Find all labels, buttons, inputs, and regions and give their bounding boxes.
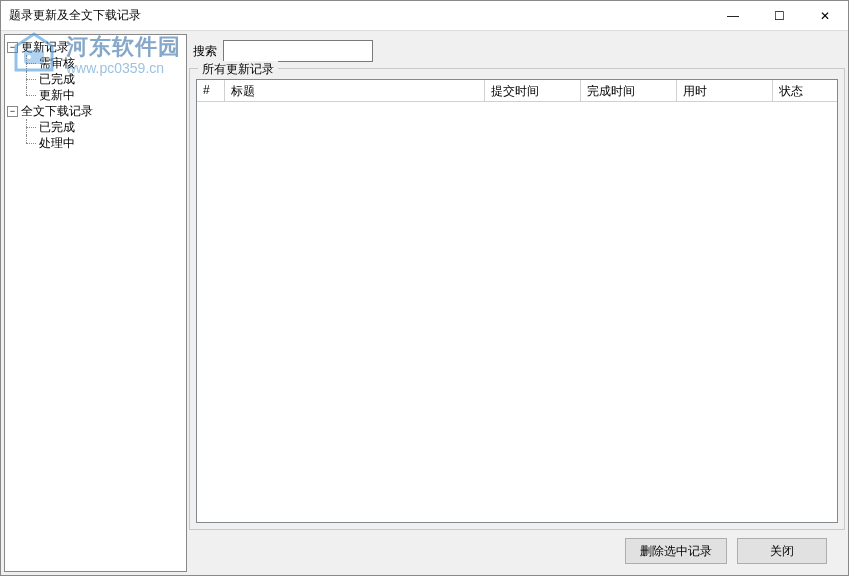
search-input[interactable] <box>223 40 373 62</box>
tree-node-update-records[interactable]: − 更新记录 <box>7 39 184 55</box>
tree-node-dl-processing[interactable]: 处理中 <box>21 135 184 151</box>
close-button[interactable]: ✕ <box>802 1 848 30</box>
tree-label: 更新中 <box>39 87 75 104</box>
table-body[interactable] <box>197 102 837 522</box>
search-label: 搜索 <box>193 43 217 60</box>
tree-label: 更新记录 <box>21 39 69 56</box>
col-submit-time[interactable]: 提交时间 <box>485 80 581 101</box>
tree-node-pending-review[interactable]: 需审核 <box>21 55 184 71</box>
tree-connector-icon <box>21 87 39 103</box>
tree-node-dl-completed[interactable]: 已完成 <box>21 119 184 135</box>
tree-connector-icon <box>21 55 39 71</box>
col-title[interactable]: 标题 <box>225 80 485 101</box>
minimize-button[interactable]: — <box>710 1 756 30</box>
tree-children-update: 需审核 已完成 更新中 <box>7 55 184 103</box>
content-area: − 更新记录 需审核 已完成 更新中 − 全文下载记录 <box>1 31 848 575</box>
main-panel: 搜索 所有更新记录 # 标题 提交时间 完成时间 用时 状态 <box>189 34 845 572</box>
tree-label: 已完成 <box>39 71 75 88</box>
minimize-icon: — <box>727 9 739 23</box>
tree-sidebar[interactable]: − 更新记录 需审核 已完成 更新中 − 全文下载记录 <box>4 34 187 572</box>
tree-label: 已完成 <box>39 119 75 136</box>
tree-connector-icon <box>21 71 39 87</box>
maximize-icon: ☐ <box>774 9 785 23</box>
titlebar: 题录更新及全文下载记录 — ☐ ✕ <box>1 1 848 31</box>
tree-connector-icon <box>21 119 39 135</box>
footer: 删除选中记录 关闭 <box>189 530 845 572</box>
window-title: 题录更新及全文下载记录 <box>9 7 710 24</box>
tree-toggle-icon[interactable]: − <box>7 106 18 117</box>
maximize-button[interactable]: ☐ <box>756 1 802 30</box>
col-complete-time[interactable]: 完成时间 <box>581 80 677 101</box>
col-status[interactable]: 状态 <box>773 80 837 101</box>
col-duration[interactable]: 用时 <box>677 80 773 101</box>
tree-node-updating[interactable]: 更新中 <box>21 87 184 103</box>
table-header: # 标题 提交时间 完成时间 用时 状态 <box>197 80 837 102</box>
close-dialog-button[interactable]: 关闭 <box>737 538 827 564</box>
tree-label: 处理中 <box>39 135 75 152</box>
close-icon: ✕ <box>820 9 830 23</box>
tree-node-download-records[interactable]: − 全文下载记录 <box>7 103 184 119</box>
col-index[interactable]: # <box>197 80 225 101</box>
window: 题录更新及全文下载记录 — ☐ ✕ − 更新记录 需审核 已完成 <box>0 0 849 576</box>
titlebar-buttons: — ☐ ✕ <box>710 1 848 30</box>
tree-label: 需审核 <box>39 55 75 72</box>
tree-toggle-icon[interactable]: − <box>7 42 18 53</box>
tree-connector-icon <box>21 135 39 151</box>
search-row: 搜索 <box>189 34 845 68</box>
delete-selected-button[interactable]: 删除选中记录 <box>625 538 727 564</box>
records-group: 所有更新记录 # 标题 提交时间 完成时间 用时 状态 <box>189 68 845 530</box>
tree-children-download: 已完成 处理中 <box>7 119 184 151</box>
group-title: 所有更新记录 <box>198 61 278 78</box>
tree-node-completed[interactable]: 已完成 <box>21 71 184 87</box>
records-table[interactable]: # 标题 提交时间 完成时间 用时 状态 <box>196 79 838 523</box>
tree-label: 全文下载记录 <box>21 103 93 120</box>
